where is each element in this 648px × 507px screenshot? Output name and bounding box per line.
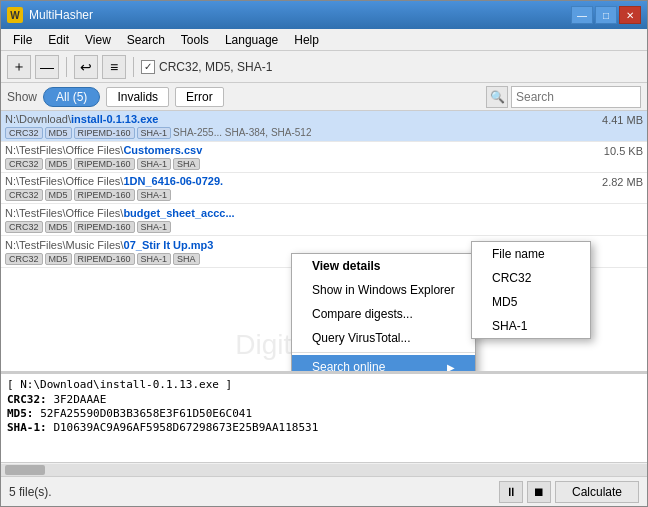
file-path: N:\TestFiles\Office Files\Customers.csv [5, 144, 202, 156]
hash-tags: CRC32 MD5 RIPEMD-160 SHA-1 [5, 189, 643, 201]
filter-error[interactable]: Error [175, 87, 224, 107]
tag-sha: SHA [173, 253, 200, 265]
menu-language[interactable]: Language [217, 31, 286, 49]
tag-crc32: CRC32 [5, 189, 43, 201]
tag-crc32: CRC32 [5, 127, 43, 139]
tag-md5: MD5 [45, 221, 72, 233]
hash-checkbox[interactable]: ✓ [141, 60, 155, 74]
detail-sha1: SHA-1: D10639AC9A96AF5958D67298673E25B9A… [7, 421, 641, 434]
pause-button[interactable]: ⏸ [499, 481, 523, 503]
tag-ripemd: RIPEMD-160 [74, 221, 135, 233]
tag-crc32: CRC32 [5, 221, 43, 233]
search-input[interactable] [511, 86, 641, 108]
menu-file[interactable]: File [5, 31, 40, 49]
ctx-sub-sha1[interactable]: SHA-1 [472, 314, 590, 338]
detail-md5: MD5: 52FA25590D0B3B3658E3F61D50E6C041 [7, 407, 641, 420]
file-path: N:\TestFiles\Office Files\budget_sheet_a… [5, 207, 235, 219]
toolbar-separator-1 [66, 57, 67, 77]
main-window: W MultiHasher — □ ✕ File Edit View Searc… [0, 0, 648, 507]
toolbar: ＋ — ↩ ≡ ✓ CRC32, MD5, SHA-1 [1, 51, 647, 83]
menu-edit[interactable]: Edit [40, 31, 77, 49]
back-button[interactable]: ↩ [74, 55, 98, 79]
calculate-button[interactable]: Calculate [555, 481, 639, 503]
hash-selection: ✓ CRC32, MD5, SHA-1 [141, 60, 272, 74]
ctx-sep-1 [292, 352, 475, 353]
remove-button[interactable]: — [35, 55, 59, 79]
filter-all[interactable]: All (5) [43, 87, 100, 107]
table-row[interactable]: N:\TestFiles\Office Files\1DN_6416-06-07… [1, 173, 647, 204]
menu-button[interactable]: ≡ [102, 55, 126, 79]
tag-sha: SHA [173, 158, 200, 170]
file-path: N:\Download\install-0.1.13.exe [5, 113, 159, 125]
horizontal-scrollbar[interactable] [1, 462, 647, 476]
tag-sha1: SHA-1 [137, 189, 172, 201]
status-bar: 5 file(s). ⏸ ⏹ Calculate [1, 476, 647, 506]
md5-value: 52FA25590D0B3B3658E3F61D50E6C041 [40, 407, 252, 420]
add-button[interactable]: ＋ [7, 55, 31, 79]
window-controls: — □ ✕ [571, 6, 641, 24]
crc32-label: CRC32: [7, 393, 47, 406]
hash-tags: CRC32 MD5 RIPEMD-160 SHA-1 SHA [5, 158, 643, 170]
title-bar: W MultiHasher — □ ✕ [1, 1, 647, 29]
tag-md5: MD5 [45, 158, 72, 170]
submenu-arrow: ▶ [447, 362, 455, 373]
menu-help[interactable]: Help [286, 31, 327, 49]
file-size: 10.5 KB [604, 145, 643, 157]
ctx-sub-crc32[interactable]: CRC32 [472, 266, 590, 290]
ctx-view-details[interactable]: View details [292, 254, 475, 278]
ctx-sub-md5[interactable]: MD5 [472, 290, 590, 314]
close-button[interactable]: ✕ [619, 6, 641, 24]
filter-invalids[interactable]: Invalids [106, 87, 169, 107]
tag-md5: MD5 [45, 253, 72, 265]
table-row[interactable]: N:\TestFiles\Office Files\Customers.csv … [1, 142, 647, 173]
file-size: 2.82 MB [602, 176, 643, 188]
tag-sha1: SHA-1 [137, 127, 172, 139]
filter-bar: Show All (5) Invalids Error 🔍 [1, 83, 647, 111]
hash-tags: CRC32 MD5 RIPEMD-160 SHA-1 [5, 221, 643, 233]
hash-tags: CRC32 MD5 RIPEMD-160 SHA-1 SHA-255... SH… [5, 127, 643, 139]
detail-crc32: CRC32: 3F2DAAAE [7, 393, 641, 406]
tag-sha1: SHA-1 [137, 221, 172, 233]
tag-sha1: SHA-1 [137, 253, 172, 265]
status-text: 5 file(s). [9, 485, 52, 499]
stop-button[interactable]: ⏹ [527, 481, 551, 503]
tag-ripemd: RIPEMD-160 [74, 158, 135, 170]
file-path: N:\TestFiles\Music Files\07_Stir It Up.m… [5, 239, 213, 251]
hash-label: CRC32, MD5, SHA-1 [159, 60, 272, 74]
tag-ripemd: RIPEMD-160 [74, 253, 135, 265]
tag-crc32: CRC32 [5, 253, 43, 265]
md5-label: MD5: [7, 407, 34, 420]
menu-view[interactable]: View [77, 31, 119, 49]
search-button[interactable]: 🔍 [486, 86, 508, 108]
table-row[interactable]: N:\TestFiles\Office Files\budget_sheet_a… [1, 204, 647, 236]
show-label: Show [7, 90, 37, 104]
title-bar-title: MultiHasher [29, 8, 93, 22]
ctx-compare-digests[interactable]: Compare digests... [292, 302, 475, 326]
menu-bar: File Edit View Search Tools Language Hel… [1, 29, 647, 51]
app-icon: W [7, 7, 23, 23]
sha1-label: SHA-1: [7, 421, 47, 434]
ctx-sub-filename[interactable]: File name [472, 242, 590, 266]
sha1-value: D10639AC9A96AF5958D67298673E25B9AA118531 [53, 421, 318, 434]
tag-ripemd: RIPEMD-160 [74, 127, 135, 139]
ctx-show-explorer[interactable]: Show in Windows Explorer [292, 278, 475, 302]
toolbar-separator-2 [133, 57, 134, 77]
table-row[interactable]: N:\Download\install-0.1.13.exe 4.41 MB C… [1, 111, 647, 142]
context-submenu: File name CRC32 MD5 SHA-1 [471, 241, 591, 339]
file-list: N:\Download\install-0.1.13.exe 4.41 MB C… [1, 111, 647, 372]
detail-path: [ N:\Download\install-0.1.13.exe ] [7, 378, 641, 391]
file-path: N:\TestFiles\Office Files\1DN_6416-06-07… [5, 175, 223, 187]
tag-sha1: SHA-1 [137, 158, 172, 170]
menu-search[interactable]: Search [119, 31, 173, 49]
menu-tools[interactable]: Tools [173, 31, 217, 49]
minimize-button[interactable]: — [571, 6, 593, 24]
search-area: 🔍 [486, 86, 641, 108]
tag-crc32: CRC32 [5, 158, 43, 170]
crc32-value: 3F2DAAAE [53, 393, 106, 406]
ctx-virustotal[interactable]: Query VirusTotal... [292, 326, 475, 350]
scroll-track[interactable] [1, 464, 647, 476]
scroll-thumb[interactable] [5, 465, 45, 475]
ctx-search-online[interactable]: Search online ▶ [292, 355, 475, 372]
maximize-button[interactable]: □ [595, 6, 617, 24]
hash-values: SHA-255... SHA-384, SHA-512 [173, 127, 311, 139]
